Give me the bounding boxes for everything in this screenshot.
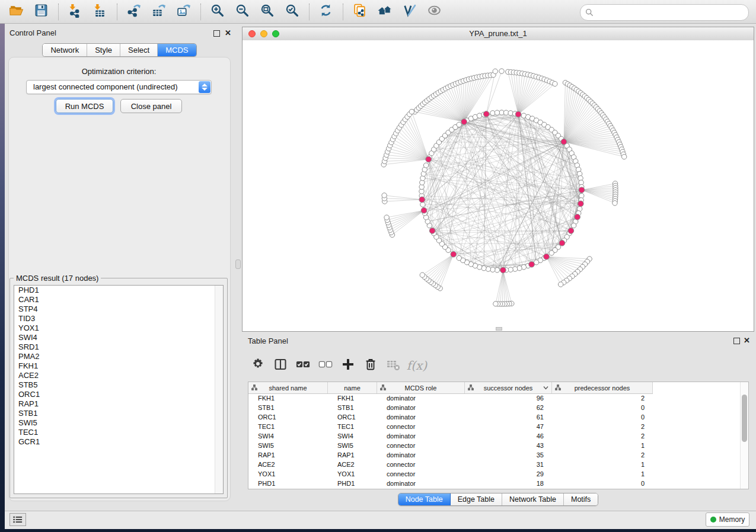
import-table-button[interactable] bbox=[90, 2, 110, 21]
tab-network-table[interactable]: Network Table bbox=[502, 493, 564, 505]
fit-content-button[interactable] bbox=[257, 2, 277, 21]
table-panel-close-icon[interactable]: ✕ bbox=[744, 337, 750, 344]
criterion-select[interactable]: largest connected component (undirected) bbox=[26, 80, 212, 94]
save-session-button[interactable] bbox=[31, 2, 51, 21]
mcds-result-item[interactable]: PMA2 bbox=[14, 352, 223, 361]
show-columns-button[interactable] bbox=[270, 356, 291, 375]
table-cell: ACE2 bbox=[248, 461, 328, 468]
network-window-titlebar[interactable]: YPA_prune.txt_1 bbox=[243, 27, 754, 41]
table-row[interactable]: PHD1PHD1dominator180 bbox=[248, 479, 741, 488]
tab-edge-table[interactable]: Edge Table bbox=[451, 493, 502, 505]
mcds-result-item[interactable]: RAP1 bbox=[14, 399, 223, 409]
mcds-result-list[interactable]: PHD1CAR1STP4TID3YOX1SWI4SRD1PMA2FKH1ACE2… bbox=[14, 285, 224, 494]
select-all-button[interactable] bbox=[293, 356, 313, 375]
mcds-result-item[interactable]: FKH1 bbox=[14, 361, 223, 371]
toggle-annotations-button[interactable] bbox=[399, 2, 419, 21]
table-scrollbar-thumb[interactable] bbox=[742, 395, 747, 442]
table-row[interactable]: FKH1FKH1dominator962 bbox=[248, 393, 741, 403]
mcds-result-item[interactable]: YOX1 bbox=[14, 323, 223, 333]
import-network-button[interactable] bbox=[65, 2, 85, 21]
network-window-resize-grip[interactable] bbox=[496, 327, 502, 331]
network-overview-button[interactable] bbox=[374, 2, 394, 21]
mcds-result-item[interactable]: CAR1 bbox=[14, 295, 223, 305]
open-file-icon bbox=[9, 3, 24, 20]
mcds-list-scrollbar[interactable] bbox=[215, 286, 223, 493]
tab-network[interactable]: Network bbox=[43, 44, 87, 56]
mcds-result-item[interactable]: SWI5 bbox=[14, 418, 223, 428]
export-image-button[interactable] bbox=[173, 2, 193, 21]
mcds-result-item[interactable]: TID3 bbox=[14, 314, 223, 323]
zoom-in-button[interactable] bbox=[207, 2, 227, 21]
table-row[interactable]: RAP1RAP1dominator352 bbox=[248, 450, 741, 460]
table-cell: 1 bbox=[552, 470, 653, 477]
table-cell: 31 bbox=[465, 461, 552, 468]
toolbar-separator bbox=[200, 4, 201, 20]
fit-selected-button[interactable] bbox=[282, 2, 302, 21]
table-cell: 1 bbox=[552, 442, 653, 449]
table-cell: connector bbox=[377, 442, 465, 449]
table-row[interactable]: SWI5SWI5connector431 bbox=[248, 441, 741, 450]
table-row[interactable]: ORC1ORC1dominator610 bbox=[248, 412, 741, 422]
tab-motifs[interactable]: Motifs bbox=[564, 493, 598, 505]
table-cell: 0 bbox=[552, 404, 653, 411]
table-row[interactable]: YOX1YOX1connector291 bbox=[248, 469, 741, 479]
table-panel-title: Table Panel bbox=[248, 336, 288, 345]
tab-select[interactable]: Select bbox=[120, 44, 158, 56]
control-panel-float-icon[interactable] bbox=[213, 30, 220, 37]
mcds-result-item[interactable]: SRD1 bbox=[14, 342, 223, 352]
search-field[interactable] bbox=[580, 4, 749, 21]
automation-panel-button[interactable] bbox=[9, 513, 26, 526]
table-row[interactable]: TEC1TEC1connector472 bbox=[248, 422, 741, 431]
table-row[interactable]: STB1STB1dominator620 bbox=[248, 403, 741, 412]
mcds-result-item[interactable]: ACE2 bbox=[14, 371, 223, 380]
table-cell: dominator bbox=[377, 414, 465, 421]
toolbar-separator bbox=[343, 4, 343, 20]
mcds-result-item[interactable]: TEC1 bbox=[14, 428, 223, 437]
tab-node-table[interactable]: Node Table bbox=[398, 493, 451, 505]
table-panel-float-icon[interactable] bbox=[733, 338, 740, 344]
table-cell: connector bbox=[377, 423, 465, 430]
delete-row-button[interactable] bbox=[361, 356, 381, 375]
node-table: shared namenameMCDS rolesuccessor nodesp… bbox=[248, 382, 749, 489]
panel-splitter-grip[interactable] bbox=[235, 259, 241, 269]
settings-gear-icon bbox=[251, 357, 265, 374]
search-input[interactable] bbox=[594, 7, 748, 18]
function-builder-icon: f(x) bbox=[407, 358, 427, 373]
export-table-button[interactable] bbox=[148, 2, 168, 21]
open-file-button[interactable] bbox=[6, 2, 26, 21]
export-network-button[interactable] bbox=[123, 2, 143, 21]
refresh-button[interactable] bbox=[315, 2, 336, 21]
mcds-result-item[interactable]: STB1 bbox=[14, 409, 223, 418]
column-header-shared-name[interactable]: shared name bbox=[248, 382, 328, 393]
table-scrollbar[interactable] bbox=[740, 382, 748, 489]
memory-button[interactable]: Memory bbox=[706, 512, 749, 527]
zoom-out-button[interactable] bbox=[232, 2, 252, 21]
column-header-successor-nodes[interactable]: successor nodes bbox=[465, 382, 552, 393]
control-panel-close-icon[interactable]: ✕ bbox=[225, 30, 231, 36]
tab-style[interactable]: Style bbox=[87, 44, 120, 56]
column-header-name[interactable]: name bbox=[328, 382, 377, 393]
mcds-result-item[interactable]: GCR1 bbox=[14, 437, 223, 447]
network-from-document-button[interactable] bbox=[349, 2, 369, 21]
mcds-result-item[interactable]: PHD1 bbox=[14, 286, 223, 295]
mcds-result-item[interactable]: ORC1 bbox=[14, 390, 223, 399]
close-panel-button[interactable]: Close panel bbox=[120, 99, 182, 113]
fit-content-icon bbox=[260, 3, 275, 20]
run-mcds-button[interactable]: Run MCDS bbox=[56, 99, 113, 113]
toggle-preview-button[interactable] bbox=[424, 2, 444, 21]
network-canvas[interactable] bbox=[243, 40, 754, 331]
table-cell: RAP1 bbox=[328, 451, 377, 459]
add-row-button[interactable] bbox=[338, 356, 358, 375]
column-header-MCDS-role[interactable]: MCDS role bbox=[377, 382, 465, 393]
table-row[interactable]: ACE2ACE2connector311 bbox=[248, 460, 741, 469]
mcds-result-item[interactable]: SWI4 bbox=[14, 333, 223, 342]
mcds-result-item[interactable]: STP4 bbox=[14, 305, 223, 314]
table-cell: ORC1 bbox=[328, 414, 377, 421]
table-toolbar: f(x) bbox=[248, 354, 748, 377]
mcds-result-item[interactable]: STB5 bbox=[14, 380, 223, 390]
tab-mcds[interactable]: MCDS bbox=[158, 44, 196, 56]
settings-gear-button[interactable] bbox=[248, 356, 268, 375]
deselect-all-button[interactable] bbox=[315, 356, 336, 375]
column-header-predecessor-nodes[interactable]: predecessor nodes bbox=[552, 382, 653, 393]
table-row[interactable]: SWI4SWI4dominator462 bbox=[248, 431, 741, 441]
